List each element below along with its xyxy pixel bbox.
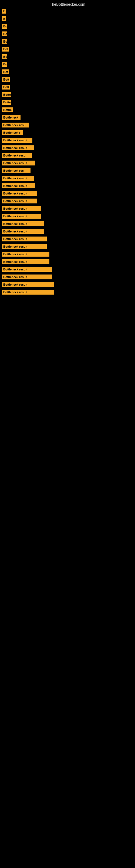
list-item: Bottleneck resu — [0, 152, 135, 159]
bottleneck-label: Bottleneck result — [2, 267, 52, 272]
list-item: B — [0, 15, 135, 22]
list-item: Bottleneck result — [0, 205, 135, 212]
list-item: Bottleneck resu — [0, 122, 135, 129]
bottleneck-label: Bottleneck resu — [2, 153, 32, 158]
bottleneck-label: Bo — [2, 62, 7, 67]
bottleneck-label: Bot — [2, 69, 9, 74]
site-title: TheBottlenecker.com — [0, 0, 135, 8]
list-item: Bottleneck result — [0, 144, 135, 151]
list-item: Bottleneck — [0, 114, 135, 121]
bottleneck-label: B — [2, 9, 6, 13]
list-item: Bot — [0, 45, 135, 53]
list-item: Bottleneck result — [0, 251, 135, 258]
bottleneck-label: Bott — [2, 85, 10, 90]
bottleneck-label: Bottleneck result — [2, 221, 44, 226]
bottleneck-label: Bottleneck result — [2, 138, 32, 143]
list-item: Bottleneck result — [0, 273, 135, 280]
bottleneck-label: Bottleneck result — [2, 237, 47, 241]
rows-list: BBBoBoBoBotBoBoBotBottBottBotteBotteBott… — [0, 8, 135, 296]
bottleneck-label: Bo — [2, 39, 7, 44]
list-item: Bottleneck result — [0, 175, 135, 182]
bottleneck-label: Bo — [2, 24, 7, 29]
bottleneck-label: Bottleneck result — [2, 176, 34, 181]
bottleneck-label: Bottleneck result — [2, 282, 54, 287]
bottleneck-label: Bo — [2, 31, 7, 36]
list-item: Bo — [0, 23, 135, 30]
list-item: Bottleneck result — [0, 197, 135, 205]
list-item: Bottleneck result — [0, 190, 135, 197]
list-item: Bo — [0, 61, 135, 68]
bottleneck-label: Bott — [2, 77, 10, 82]
bottleneck-label: Bottleneck — [2, 115, 20, 120]
list-item: B — [0, 8, 135, 14]
list-item: Bottleneck result — [0, 243, 135, 250]
list-item: Bottleneck result — [0, 159, 135, 166]
list-item: Bottleneck result — [0, 228, 135, 235]
bottleneck-label: Bottleneck result — [2, 191, 37, 196]
bottleneck-label: Bottle — [2, 107, 13, 112]
bottleneck-label: Bottleneck result — [2, 229, 44, 234]
bottleneck-label: Bottleneck result — [2, 290, 54, 294]
list-item: Bottleneck result — [0, 137, 135, 144]
list-item: Bo — [0, 30, 135, 37]
list-item: Bottleneck result — [0, 266, 135, 273]
bottleneck-label: Bottleneck result — [2, 214, 41, 219]
bottleneck-label: Bottleneck result — [2, 183, 35, 188]
list-item: Bot — [0, 68, 135, 75]
list-item: Bottle — [0, 106, 135, 113]
list-item: Botte — [0, 99, 135, 106]
bottleneck-label: Bottleneck result — [2, 252, 49, 257]
list-item: Bott — [0, 84, 135, 91]
bottleneck-label: Bottleneck result — [2, 198, 37, 204]
list-item: Bo — [0, 38, 135, 45]
bottleneck-label: Bottleneck result — [2, 244, 47, 249]
list-item: Bottleneck result — [0, 182, 135, 189]
list-item: Bottleneck result — [0, 281, 135, 288]
list-item: Bottleneck result — [0, 213, 135, 220]
list-item: Bottleneck result — [0, 258, 135, 265]
list-item: Bottleneck res — [0, 167, 135, 174]
bottleneck-label: B — [2, 16, 6, 21]
bottleneck-label: Bottleneck result — [2, 161, 35, 165]
list-item: Bott — [0, 76, 135, 83]
bottleneck-label: Bottleneck r — [2, 130, 23, 135]
bottleneck-label: Botte — [2, 92, 11, 97]
list-item: Bottleneck r — [0, 129, 135, 136]
bottleneck-label: Bottleneck result — [2, 259, 49, 264]
bottleneck-label: Bottleneck resu — [2, 123, 29, 127]
list-item: Bo — [0, 53, 135, 60]
bottleneck-label: Bot — [2, 46, 9, 52]
list-item: Bottleneck result — [0, 220, 135, 227]
bottleneck-label: Bottleneck result — [2, 275, 52, 279]
bottleneck-label: Bottleneck result — [2, 206, 41, 211]
list-item: Bottleneck result — [0, 236, 135, 243]
bottleneck-label: Bottleneck result — [2, 145, 34, 150]
main-container: TheBottlenecker.com BBBoBoBoBotBoBoBotBo… — [0, 0, 135, 296]
bottleneck-label: Bo — [2, 54, 7, 59]
bottleneck-label: Botte — [2, 100, 11, 105]
bottleneck-label: Bottleneck res — [2, 168, 31, 173]
list-item: Botte — [0, 91, 135, 98]
list-item: Bottleneck result — [0, 289, 135, 296]
